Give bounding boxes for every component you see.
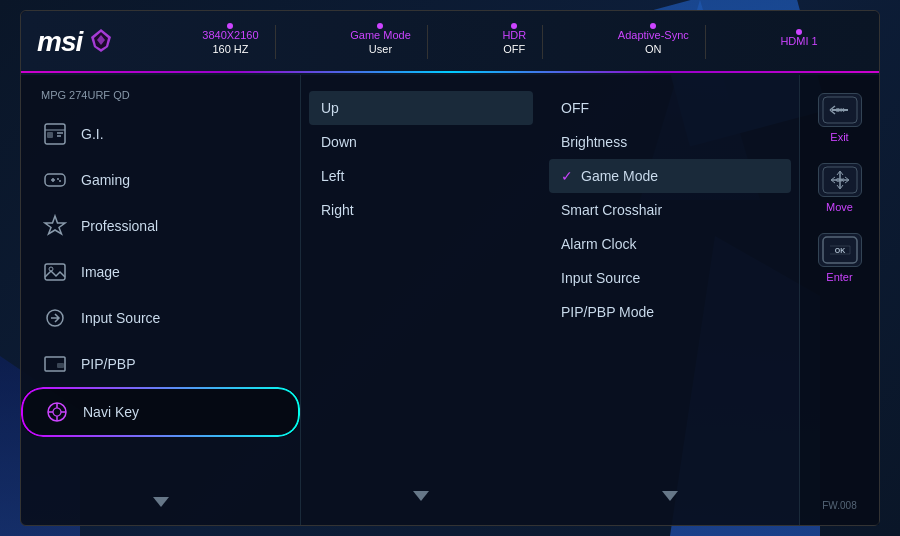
right-label-alarm-clock: Alarm Clock [561, 236, 636, 252]
middle-scroll-down[interactable] [301, 483, 541, 509]
firmware-version: FW.008 [818, 496, 860, 515]
sidebar-scroll-down[interactable] [21, 489, 300, 515]
main-content: MPG 274URF QD G.I. [21, 75, 879, 525]
nav-adaptive-sync-value: ON [645, 43, 662, 55]
sidebar-label-gi: G.I. [81, 126, 280, 142]
monitor-osd: msi 3840X2160 160 HZ Game Mode User HDR [20, 10, 880, 526]
nav-resolution: 3840X2160 160 HZ [186, 25, 275, 59]
move-button[interactable]: OK Move [814, 155, 866, 221]
middle-label-left: Left [321, 168, 344, 184]
middle-label-up: Up [321, 100, 339, 116]
sidebar: MPG 274URF QD G.I. [21, 75, 301, 525]
checkmark-icon: ✓ [561, 168, 573, 184]
nav-resolution-value: 160 HZ [212, 43, 248, 55]
gaming-icon [41, 166, 69, 194]
right-item-game-mode[interactable]: ✓ Game Mode [549, 159, 791, 193]
msi-logo-text: msi [37, 26, 82, 58]
sidebar-item-input-source[interactable]: Input Source [21, 295, 300, 341]
model-name: MPG 274URF QD [21, 85, 300, 111]
right-item-smart-crosshair[interactable]: Smart Crosshair [541, 193, 799, 227]
middle-item-right[interactable]: Right [301, 193, 541, 227]
nav-dot-adaptive-sync [650, 23, 656, 29]
top-nav: 3840X2160 160 HZ Game Mode User HDR OFF … [157, 25, 863, 59]
right-item-pip-pbp-mode[interactable]: PIP/PBP Mode [541, 295, 799, 329]
sidebar-label-image: Image [81, 264, 280, 280]
nav-hdmi-label: HDMI 1 [780, 35, 817, 47]
nav-hdmi: HDMI 1 [764, 31, 833, 53]
pip-pbp-icon [41, 350, 69, 378]
nav-resolution-label: 3840X2160 [202, 29, 258, 41]
sidebar-label-input-source: Input Source [81, 310, 280, 326]
svg-text:OK: OK [835, 107, 845, 113]
nav-hdr-label: HDR [502, 29, 526, 41]
professional-icon [41, 212, 69, 240]
exit-button[interactable]: OK Exit [814, 85, 866, 151]
controls-panel: OK Exit OK Move [799, 75, 879, 525]
enter-btn-icon: OK [818, 233, 862, 267]
navi-key-icon [43, 398, 71, 426]
nav-dot-hdr [511, 23, 517, 29]
svg-rect-11 [57, 363, 64, 368]
nav-hdr-value: OFF [503, 43, 525, 55]
move-label: Move [826, 201, 853, 213]
nav-gamemode-value: User [369, 43, 392, 55]
sidebar-label-navi-key: Navi Key [83, 404, 278, 420]
svg-point-6 [59, 180, 61, 182]
sidebar-item-gaming[interactable]: Gaming [21, 157, 300, 203]
middle-item-down[interactable]: Down [301, 125, 541, 159]
middle-label-down: Down [321, 134, 357, 150]
svg-rect-3 [47, 132, 53, 138]
image-icon [41, 258, 69, 286]
sidebar-item-gi[interactable]: G.I. [21, 111, 300, 157]
msi-dragon-icon [86, 27, 116, 57]
right-item-alarm-clock[interactable]: Alarm Clock [541, 227, 799, 261]
svg-text:OK: OK [834, 247, 845, 254]
right-item-brightness[interactable]: Brightness [541, 125, 799, 159]
msi-logo: msi [37, 26, 137, 58]
svg-point-12 [48, 403, 66, 421]
right-label-brightness: Brightness [561, 134, 627, 150]
middle-down-arrow-icon [413, 491, 429, 501]
sidebar-label-professional: Professional [81, 218, 280, 234]
right-label-input-source: Input Source [561, 270, 640, 286]
nav-dot-resolution [227, 23, 233, 29]
nav-dot-gamemode [377, 23, 383, 29]
right-label-smart-crosshair: Smart Crosshair [561, 202, 662, 218]
nav-gamemode-label: Game Mode [350, 29, 411, 41]
move-btn-icon: OK [818, 163, 862, 197]
sidebar-item-professional[interactable]: Professional [21, 203, 300, 249]
right-scroll-down[interactable] [541, 483, 799, 509]
nav-dot-hdmi [796, 29, 802, 35]
nav-adaptive-sync: Adaptive-Sync ON [602, 25, 706, 59]
svg-point-13 [53, 408, 61, 416]
right-label-pip-pbp-mode: PIP/PBP Mode [561, 304, 654, 320]
sidebar-item-image[interactable]: Image [21, 249, 300, 295]
gi-icon [41, 120, 69, 148]
top-bar: msi 3840X2160 160 HZ Game Mode User HDR [21, 11, 879, 75]
middle-item-left[interactable]: Left [301, 159, 541, 193]
sidebar-label-gaming: Gaming [81, 172, 280, 188]
svg-text:OK: OK [835, 177, 843, 183]
nav-gamemode: Game Mode User [334, 25, 428, 59]
sidebar-down-arrow-icon [153, 497, 169, 507]
sidebar-item-navi-key[interactable]: Navi Key [21, 387, 300, 437]
middle-label-right: Right [321, 202, 354, 218]
right-down-arrow-icon [662, 491, 678, 501]
nav-adaptive-sync-label: Adaptive-Sync [618, 29, 689, 41]
input-source-icon [41, 304, 69, 332]
right-label-off: OFF [561, 100, 589, 116]
right-label-game-mode: Game Mode [581, 168, 658, 184]
sidebar-item-pip-pbp[interactable]: PIP/PBP [21, 341, 300, 387]
enter-button[interactable]: OK Enter [814, 225, 866, 291]
svg-point-5 [57, 178, 59, 180]
middle-panel: Up Down Left Right [301, 75, 541, 525]
right-item-off[interactable]: OFF [541, 91, 799, 125]
enter-label: Enter [826, 271, 852, 283]
exit-label: Exit [830, 131, 848, 143]
sidebar-label-pip-pbp: PIP/PBP [81, 356, 280, 372]
nav-hdr: HDR OFF [486, 25, 543, 59]
svg-rect-7 [45, 264, 65, 280]
right-item-input-source[interactable]: Input Source [541, 261, 799, 295]
right-panel: OFF Brightness ✓ Game Mode Smart Crossha… [541, 75, 799, 525]
middle-item-up[interactable]: Up [309, 91, 533, 125]
